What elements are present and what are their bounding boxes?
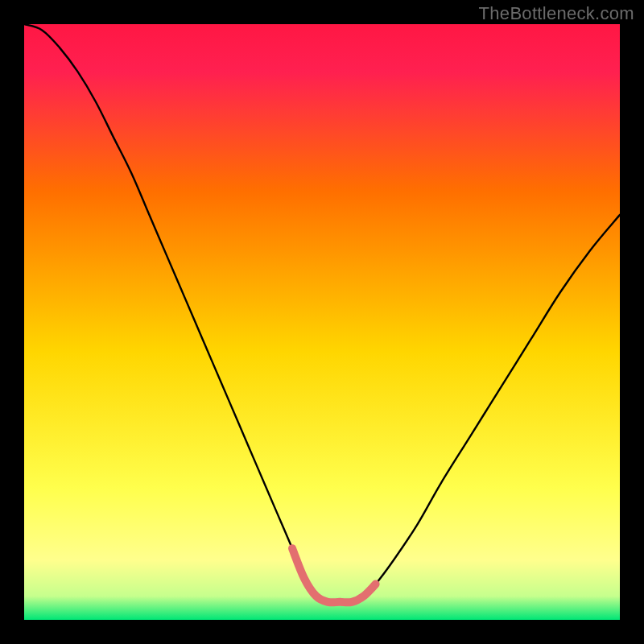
watermark-text: TheBottleneck.com xyxy=(479,3,634,24)
plot-area xyxy=(24,24,620,620)
chart-svg xyxy=(24,24,620,620)
chart-container: TheBottleneck.com xyxy=(0,0,644,644)
gradient-background xyxy=(24,24,620,620)
